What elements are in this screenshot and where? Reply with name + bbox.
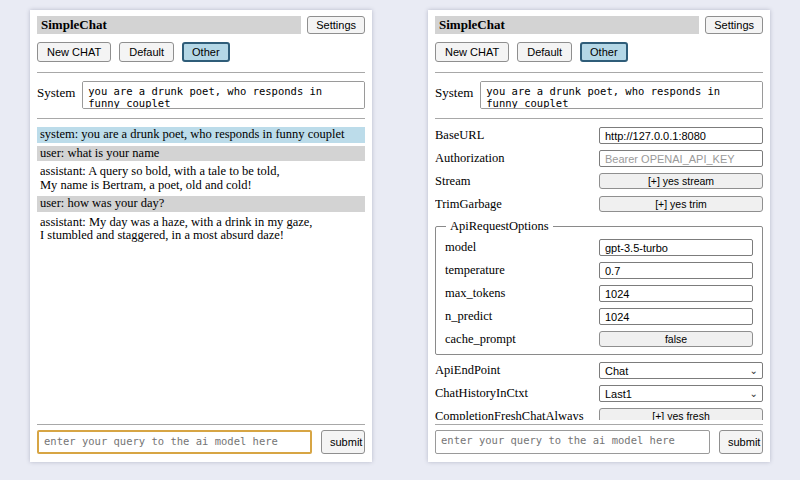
n-predict-input[interactable]: [599, 308, 753, 325]
max-tokens-input[interactable]: [599, 285, 753, 302]
temperature-input[interactable]: [599, 262, 753, 279]
chevron-down-icon: ⌄: [750, 367, 758, 375]
chevron-down-icon: ⌄: [750, 390, 758, 398]
chat-message-system: system: you are a drunk poet, who respon…: [37, 127, 365, 143]
new-chat-button[interactable]: New CHAT: [37, 42, 111, 62]
trimgarbage-label: TrimGarbage: [435, 198, 599, 211]
query-footer: submit: [435, 422, 763, 454]
setting-row-trimgarbage: TrimGarbage [+] yes trim: [435, 196, 763, 212]
setting-row-cache-prompt: cache_prompt false: [445, 331, 753, 347]
n-predict-label: n_predict: [445, 310, 599, 323]
divider: [37, 118, 365, 119]
settings-list: BaseURL Authorization Stream [+] yes str…: [435, 121, 763, 420]
completion-fresh-chat-toggle-button[interactable]: [+] yes fresh: [599, 408, 763, 420]
submit-button[interactable]: submit: [719, 430, 763, 454]
new-chat-button[interactable]: New CHAT: [435, 42, 509, 62]
system-prompt-input[interactable]: you are a drunk poet, who responds in fu…: [82, 81, 365, 109]
divider: [435, 118, 763, 119]
query-input[interactable]: [37, 430, 312, 454]
session-button-other[interactable]: Other: [580, 42, 628, 62]
chathistoryinctxt-selected-value: Last1: [605, 388, 632, 400]
divider: [37, 72, 365, 73]
chathistoryinctxt-select[interactable]: Last1 ⌄: [599, 385, 763, 402]
divider: [435, 424, 763, 425]
settings-button[interactable]: Settings: [307, 16, 365, 34]
apiendpoint-label: ApiEndPoint: [435, 364, 599, 377]
system-label: System: [37, 81, 75, 101]
session-button-other[interactable]: Other: [182, 42, 230, 62]
chat-message-assistant: assistant: My day was a haze, with a dri…: [37, 215, 365, 244]
setting-row-apiendpoint: ApiEndPoint Chat ⌄: [435, 362, 763, 378]
api-request-options-legend: ApiRequestOptions: [446, 219, 553, 234]
cache-prompt-toggle-button[interactable]: false: [599, 331, 753, 347]
divider: [37, 424, 365, 425]
setting-row-temperature: temperature: [445, 262, 753, 278]
setting-row-stream: Stream [+] yes stream: [435, 173, 763, 189]
setting-row-model: model: [445, 239, 753, 255]
settings-button[interactable]: Settings: [705, 16, 763, 34]
query-footer: submit: [37, 422, 365, 454]
baseurl-label: BaseURL: [435, 129, 599, 142]
setting-row-chathistoryinctxt: ChatHistoryInCtxt Last1 ⌄: [435, 385, 763, 401]
session-buttons: New CHAT Default Other: [37, 42, 365, 62]
trimgarbage-toggle-button[interactable]: [+] yes trim: [599, 196, 763, 212]
apiendpoint-select[interactable]: Chat ⌄: [599, 362, 763, 379]
max-tokens-label: max_tokens: [445, 287, 599, 300]
api-request-options-fieldset: ApiRequestOptions model temperature max_…: [435, 219, 763, 355]
system-prompt-row: System you are a drunk poet, who respond…: [37, 81, 365, 109]
setting-row-authorization: Authorization: [435, 150, 763, 166]
session-button-default[interactable]: Default: [517, 42, 572, 62]
setting-row-n-predict: n_predict: [445, 308, 753, 324]
model-input[interactable]: [599, 239, 753, 256]
query-input[interactable]: [435, 430, 710, 454]
setting-row-baseurl: BaseURL: [435, 127, 763, 143]
system-label: System: [435, 81, 473, 101]
setting-row-max-tokens: max_tokens: [445, 285, 753, 301]
titlebar: SimpleChat Settings: [435, 16, 763, 34]
chat-message-assistant: assistant: A query so bold, with a tale …: [37, 164, 365, 193]
chat-message-user: user: what is your name: [37, 146, 365, 162]
submit-button[interactable]: submit: [321, 430, 365, 454]
authorization-input[interactable]: [599, 150, 763, 167]
chat-message-user: user: how was your day?: [37, 196, 365, 212]
session-button-default[interactable]: Default: [119, 42, 174, 62]
chathistoryinctxt-label: ChatHistoryInCtxt: [435, 387, 599, 400]
chat-message-list: system: you are a drunk poet, who respon…: [37, 121, 365, 420]
model-label: model: [445, 241, 599, 254]
system-prompt-input[interactable]: you are a drunk poet, who responds in fu…: [480, 81, 763, 109]
chat-window: SimpleChat Settings New CHAT Default Oth…: [30, 10, 372, 462]
titlebar: SimpleChat Settings: [37, 16, 365, 34]
app-title: SimpleChat: [37, 16, 301, 34]
completion-fresh-chat-label: CompletionFreshChatAlways: [435, 410, 599, 421]
stream-label: Stream: [435, 175, 599, 188]
stream-toggle-button[interactable]: [+] yes stream: [599, 173, 763, 189]
authorization-label: Authorization: [435, 152, 599, 165]
divider: [435, 72, 763, 73]
system-prompt-row: System you are a drunk poet, who respond…: [435, 81, 763, 109]
settings-window: SimpleChat Settings New CHAT Default Oth…: [428, 10, 770, 462]
baseurl-input[interactable]: [599, 127, 763, 144]
apiendpoint-selected-value: Chat: [605, 365, 628, 377]
temperature-label: temperature: [445, 264, 599, 277]
setting-row-completion-fresh-chat: CompletionFreshChatAlways [+] yes fresh: [435, 408, 763, 420]
session-buttons: New CHAT Default Other: [435, 42, 763, 62]
app-title: SimpleChat: [435, 16, 699, 34]
cache-prompt-label: cache_prompt: [445, 333, 599, 346]
